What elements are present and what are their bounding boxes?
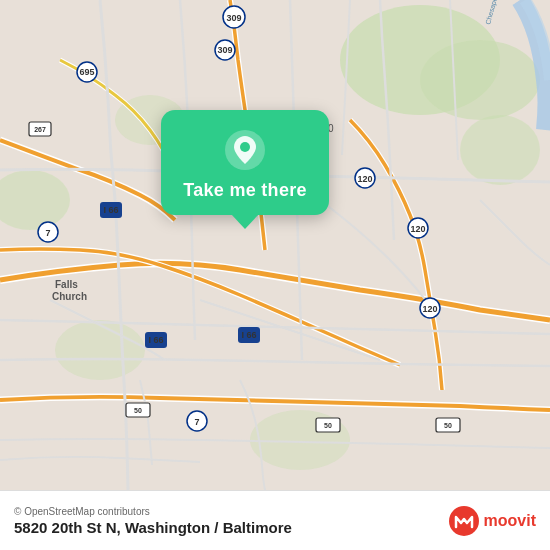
svg-text:7: 7 — [194, 417, 199, 427]
tooltip-overlay: Take me there — [155, 110, 335, 215]
svg-text:I 66: I 66 — [103, 205, 118, 215]
map-svg: I 66 I 66 I 66 309 309 695 7 7 120 120 1… — [0, 0, 550, 490]
svg-text:50: 50 — [134, 407, 142, 414]
svg-text:I 66: I 66 — [241, 330, 256, 340]
svg-point-6 — [460, 115, 540, 185]
map-container: I 66 I 66 I 66 309 309 695 7 7 120 120 1… — [0, 0, 550, 490]
svg-text:Church: Church — [52, 291, 87, 302]
svg-text:Falls: Falls — [55, 279, 78, 290]
svg-text:7: 7 — [45, 228, 50, 238]
info-bar: © OpenStreetMap contributors 5820 20th S… — [0, 490, 550, 550]
tooltip-box[interactable]: Take me there — [161, 110, 329, 215]
copyright-text: © OpenStreetMap contributors — [14, 506, 438, 517]
svg-text:309: 309 — [226, 13, 241, 23]
svg-text:50: 50 — [444, 422, 452, 429]
svg-text:I 66: I 66 — [148, 335, 163, 345]
moovit-logo: moovit — [448, 505, 536, 537]
svg-text:120: 120 — [410, 224, 425, 234]
svg-text:267: 267 — [34, 126, 46, 133]
svg-point-5 — [55, 320, 145, 380]
svg-text:50: 50 — [324, 422, 332, 429]
svg-point-2 — [420, 40, 540, 120]
take-me-there-button[interactable]: Take me there — [183, 180, 307, 201]
svg-text:309: 309 — [217, 45, 232, 55]
moovit-brand-name: moovit — [484, 512, 536, 530]
address-text: 5820 20th St N, Washington / Baltimore — [14, 519, 438, 536]
svg-text:695: 695 — [79, 67, 94, 77]
svg-text:120: 120 — [357, 174, 372, 184]
location-pin-icon — [223, 128, 267, 172]
svg-point-43 — [240, 142, 250, 152]
svg-text:120: 120 — [422, 304, 437, 314]
moovit-brand-icon — [448, 505, 480, 537]
